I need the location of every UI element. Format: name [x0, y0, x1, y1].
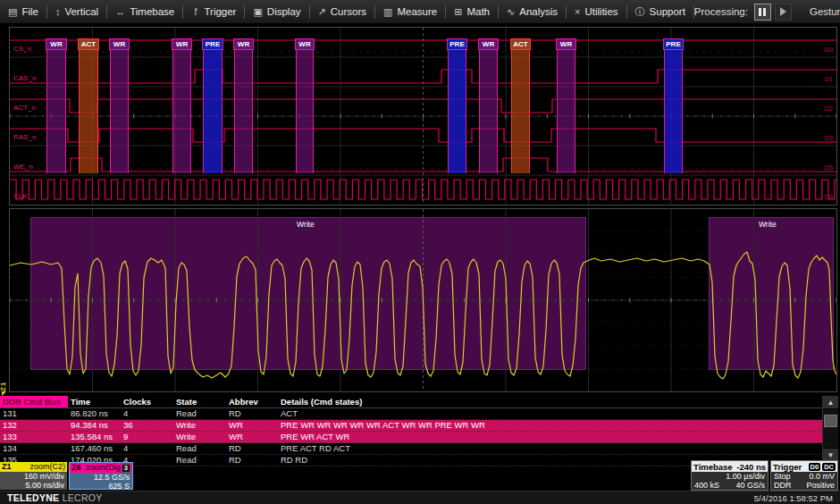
utilities-icon: ×: [575, 6, 580, 17]
menu-item-label: Vertical: [64, 6, 98, 17]
pause-icon: [763, 8, 766, 16]
analog-waveform-panel[interactable]: WriteWrite: [9, 208, 837, 392]
table-cell: 133: [0, 432, 68, 442]
timebase-label: Timebase: [693, 462, 733, 472]
table-row[interactable]: 134167.460 ns4ReadRDPRE ACT RD ACT: [0, 443, 823, 455]
z6-descriptor-body: 12.5 GS/s 625 S: [70, 473, 132, 490]
z1-descriptor-body: 160 mV/div 5.00 ns/div: [0, 472, 67, 490]
menu-item-file[interactable]: ▤File: [0, 0, 46, 23]
menu-item-label: Math: [466, 6, 490, 17]
scrollbar-thumb[interactable]: [824, 415, 837, 427]
cmd-marker-column: [448, 49, 466, 173]
menu-item-display[interactable]: ▣Display: [245, 0, 308, 23]
cmd-marker-pre: PRE: [203, 38, 223, 173]
play-icon: [780, 7, 786, 16]
scroll-down-icon: ▼: [827, 451, 835, 459]
scroll-up-icon: ▲: [827, 399, 835, 407]
z1-tdiv: 5.00 ns/div: [3, 481, 64, 490]
z1-id: Z1: [2, 462, 12, 472]
cmd-marker-column: [479, 49, 498, 173]
analysis-icon: ∿: [507, 6, 515, 18]
cmd-marker-column: [46, 49, 66, 173]
bus-line-label: D1: [824, 75, 833, 83]
cmd-marker-act: ACT: [511, 38, 530, 173]
table-cell: PRE WR WR WR WR WR ACT WR WR PRE WR WR: [278, 420, 823, 431]
table-cell: Write: [173, 420, 226, 431]
processing-play-button[interactable]: [775, 4, 792, 21]
table-cell: PRE WR ACT WR: [278, 432, 823, 442]
menu-item-cursors[interactable]: ↗Cursors: [310, 0, 374, 23]
measure-icon: ▥: [383, 6, 392, 18]
cmd-marker-wr: WR: [234, 38, 253, 173]
table-cell: WR: [226, 432, 278, 442]
table-cell: 94.384 ns: [68, 420, 121, 431]
menu-item-vertical[interactable]: ↕Vertical: [47, 0, 106, 23]
table-cell: Write: [173, 432, 226, 442]
menu-right-cluster: Processing: Gesture Undo ↶: [694, 3, 840, 21]
cmd-marker-column: [511, 49, 530, 173]
cmd-marker-column: [557, 49, 575, 173]
cmd-marker-label: ACT: [78, 38, 99, 50]
table-scrollbar[interactable]: ▲ ▼: [822, 396, 838, 461]
trigger-slope: Positive: [806, 481, 835, 490]
cmd-marker-column: [172, 49, 191, 173]
cmd-marker-label: WR: [109, 38, 130, 50]
cmd-marker-column: [296, 49, 314, 173]
scroll-down-button[interactable]: ▼: [823, 448, 838, 461]
processing-pause-button[interactable]: [754, 4, 771, 21]
menu-item-label: Measure: [397, 6, 437, 17]
signal-label-we_n: WE_n: [13, 163, 33, 171]
table-row[interactable]: 133135.584 ns9WriteWRPRE WR ACT WR: [0, 432, 823, 443]
trigger-coupling-badge: DC: [822, 463, 836, 471]
menu-item-label: Analysis: [519, 6, 558, 17]
menu-item-label: Cursors: [331, 6, 366, 17]
menu-item-support[interactable]: ⓘSupport: [627, 0, 693, 23]
cmd-marker-wr: WR: [46, 38, 66, 173]
z6-descriptor-box[interactable]: Z6 zoom(Dig 3 12.5 GS/s 625 S: [69, 462, 133, 490]
table-row[interactable]: 13186.820 ns4ReadRDACT: [0, 408, 823, 420]
math-icon: ⊞: [454, 6, 462, 18]
table-row[interactable]: 13294.384 ns36WriteWRPRE WR WR WR WR WR …: [0, 420, 823, 432]
trigger-header: Trigger D0 DC: [771, 461, 837, 472]
bus-line-label: D3: [824, 134, 833, 142]
vertical-icon: ↕: [55, 6, 61, 17]
menu-bar: ▤File↕Vertical↔Timebase↾Trigger▣Display↗…: [0, 0, 840, 23]
scroll-up-button[interactable]: ▲: [823, 396, 838, 409]
table-cell: 86.820 ns: [68, 408, 121, 419]
table-cell: 36: [121, 420, 173, 431]
cmd-marker-column: [110, 49, 129, 173]
cmd-marker-label: PRE: [663, 38, 684, 50]
trigger-source-badge: D0: [809, 463, 821, 471]
cmd-marker-column: [664, 49, 683, 173]
file-icon: ▤: [8, 6, 17, 18]
menu-item-trigger[interactable]: ↾Trigger: [183, 0, 244, 23]
table-header-abbrev: Abbrev: [226, 396, 278, 407]
display-icon: ▣: [253, 6, 262, 18]
trigger-descriptor-box[interactable]: Trigger D0 DC Stop 0.0 mV DDR Positive: [770, 460, 838, 491]
timebase-body: 1.00 µs/div 400 kS 40 GS/s: [692, 472, 768, 491]
digital-timing-panel[interactable]: WRACTWRWRPREWRWRPREWRACTWRPRECS_nD0CAS_n…: [9, 27, 837, 206]
table-cell: 4: [121, 408, 173, 419]
menu-item-math[interactable]: ⊞Math: [446, 0, 498, 23]
z6-source: zoom(Dig: [86, 463, 121, 473]
menu-item-timebase[interactable]: ↔Timebase: [107, 0, 182, 23]
cmd-marker-pre: PRE: [448, 38, 466, 173]
timebase-descriptor-box[interactable]: Timebase -240 ns 1.00 µs/div 400 kS 40 G…: [691, 460, 769, 491]
signal-label-clk: CLK: [13, 192, 28, 200]
timebase-icon: ↔: [115, 6, 125, 17]
menu-item-analysis[interactable]: ∿Analysis: [499, 0, 566, 23]
trigger-body: Stop 0.0 mV DDR Positive: [771, 472, 837, 491]
table-cell: WR: [226, 420, 278, 431]
timebase-tdiv: 1.00 µs/div: [694, 472, 765, 481]
cmd-marker-act: ACT: [79, 38, 98, 173]
menu-item-measure[interactable]: ▥Measure: [375, 0, 445, 23]
trigger-icon: ↾: [191, 6, 199, 18]
menu-item-utilities[interactable]: ×Utilities: [567, 0, 626, 23]
cmd-marker-wr: WR: [557, 38, 575, 173]
menu-item-label: Support: [650, 6, 685, 17]
trigger-level: 0.0 mV: [809, 472, 835, 481]
z1-descriptor-box[interactable]: Z1 zoom(C2) 160 mV/div 5.00 ns/div: [0, 462, 67, 490]
trigger-type: DDR: [774, 481, 792, 490]
cmd-marker-label: WR: [172, 38, 192, 50]
trigger-label: Trigger: [773, 462, 802, 472]
